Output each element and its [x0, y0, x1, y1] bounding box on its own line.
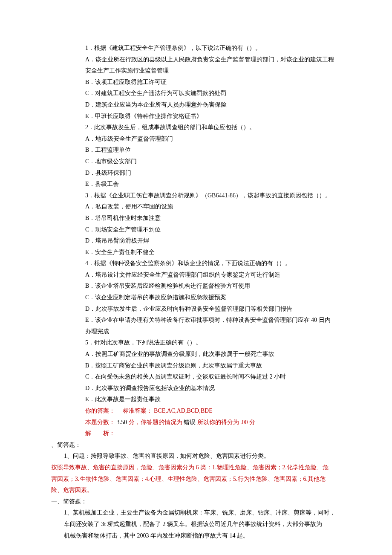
q5-opt-b: B．按照工矿商贸企业的事故调查分级原则，此次事故属于重大事故 — [85, 360, 341, 372]
q3-opt-c: C．现场安全生产管理不到位 — [85, 224, 341, 236]
q5-opt-c: C．在向受伤未愈的相关人员调查取证时，交谈取证最长时间不得超过 2 小时 — [85, 371, 341, 383]
q4-opt-d: D．此次事故发生后，企业应及时向特种设备安全监督管理部门等相关部门报告 — [85, 304, 341, 315]
standard-answer-label: 标准答案： — [123, 408, 153, 414]
q2-opt-a: A．地市级安全生产监督管理部门 — [85, 133, 341, 145]
score-label: 本题分数： — [85, 419, 115, 425]
score-text-b: 分，你答题的情况为 — [129, 419, 182, 425]
score-line: 本题分数： 3.50 分，你答题的情况为 错误 所以你的得分为 .00 分 — [85, 417, 341, 428]
score-wrong: 错误 — [184, 419, 197, 425]
q4-opt-a: A．塔吊设计文件应经安全生产监督管理部门组织的专家鉴定方可进行制造 — [85, 269, 341, 281]
q2-opt-b: B．工程监理单位 — [85, 145, 341, 156]
q3-opt-d: D．塔吊吊臂防滑板开焊 — [85, 235, 341, 247]
short1-answer-2: 害因素；3.生物性危险、危害因素；4.心理、生理性危险、危害因素；5.行为性危险… — [51, 474, 341, 485]
q1-opt-a-2: 安全生产工作实施行业监督管理 — [85, 65, 341, 77]
q4-stem: 4．根据《特种设备安全监察条例》和该企业的情况，下面说法正确的有（）。 — [85, 258, 341, 269]
q1-opt-b: B．该项工程应取得施工许可证 — [85, 77, 341, 88]
q1-opt-e: E．甲班长应取得《特种作业操作资格证书》 — [85, 111, 341, 122]
short1-answer-1: 按照导致事故、危害的直接原因，危险、危害因素分为 6 类：1.物理性危险、危害因… — [51, 462, 341, 474]
short-answer-header-2: 一、简答题： — [51, 496, 341, 508]
q2-opt-e: E．县级工会 — [85, 179, 341, 190]
score-text-c: 所以你的得分为 — [197, 419, 239, 425]
short2-line-3: 机械伤害和物体打击，其中 2003 年内发生冲床断指的事故共有 14 起。 — [51, 530, 341, 542]
score-value: 3.50 — [117, 419, 129, 425]
analysis-label: 解 析： — [85, 428, 341, 439]
q1-opt-a-1: A．该企业所在行政区的县级以上人民政府负责安全生产监督管理的部门，对该企业的建筑… — [85, 54, 341, 66]
standard-answer-value: BCE,AC,AD,BCD,BDE — [154, 408, 213, 414]
q5-stem: 5．针对此次事故，下列说法正确的有（）。 — [85, 337, 341, 349]
q1-opt-d: D．建筑企业应当为本企业所有人员办理意外伤害保险 — [85, 99, 341, 111]
q5-opt-a: A．按照工矿商贸企业的事故调查分级原则，此次事故属于一般死亡事故 — [85, 349, 341, 360]
q4-opt-e-1: E．该企业在申请办理有关特种设备行政审批事项时，特种设备安全监督管理部门应在 4… — [85, 315, 341, 326]
short1-answer-3: 险、危害因素。 — [51, 485, 341, 496]
q1-opt-c: C．对建筑工程安全生产违法行为可以实施罚款的处罚 — [85, 88, 341, 99]
q2-opt-d: D．县级环保部门 — [85, 168, 341, 179]
short2-line-1: 1、某机械加工企业，主要生产设备为金属切削机床：车床、铣床、磨床、钻床、冲床、剪… — [51, 507, 341, 519]
short-answer-header-1: 、简答题： — [51, 439, 341, 451]
q3-opt-b: B．塔吊司机作业时未加注意 — [85, 213, 341, 224]
q3-opt-a: A．私自改装，使用不牢固的设施 — [85, 201, 341, 213]
q5-opt-e: E．此次事故是一起责任事故 — [85, 394, 341, 405]
q4-opt-b: B．该企业塔吊安装后应经检测检验机构进行监督检验方可使用 — [85, 280, 341, 292]
q2-opt-c: C．地市级公安部门 — [85, 156, 341, 168]
q5-opt-d: D．此次事故的调查报告应包括该企业的基本情况 — [85, 383, 341, 394]
answer-line: 你的答案： 标准答案： BCE,AC,AD,BCD,BDE — [85, 405, 341, 417]
q1-stem: 1．根据《建筑工程安全生产管理条例》，以下说法正确的有（）。 — [85, 43, 341, 54]
q3-stem: 3．根据《企业职工伤亡事故调查分析规则》（GB6441-86），该起事故的直接原… — [85, 190, 341, 202]
score-got: .00 分 — [240, 419, 255, 425]
your-answer-label: 你的答案： — [85, 408, 115, 414]
q2-stem: 2．此次事故发生后，组成事故调查组的部门和单位应包括（）。 — [85, 122, 341, 133]
q3-opt-e: E．安全生产责任制不健全 — [85, 247, 341, 258]
q4-opt-c: C．该企业应制定塔吊的事故应急措施和应急救援预案 — [85, 292, 341, 304]
short2-line-2: 车间还安装了 3t 桥式起重机，配备了 2 辆叉车。根据该公司近几年的事故统计资… — [51, 519, 341, 530]
short1-question: 1、问题：按照导致事故、危害的直接原因，如何对危险、危害因素进行分类。 — [51, 451, 341, 462]
q4-opt-e-2: 办理完成 — [85, 326, 341, 338]
